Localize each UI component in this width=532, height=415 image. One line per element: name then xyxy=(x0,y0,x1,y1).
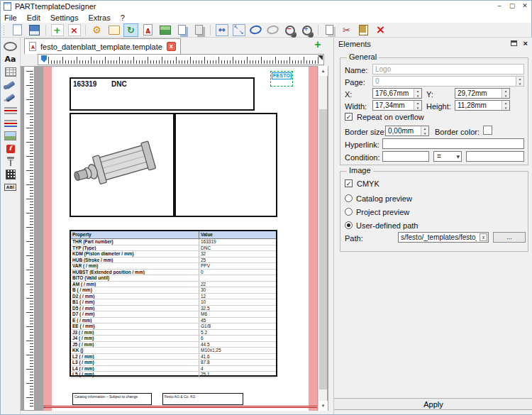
paste-element-button[interactable] xyxy=(356,23,371,37)
qrcode-tool-button[interactable] xyxy=(1,169,20,179)
barcode-tool-button[interactable] xyxy=(1,182,20,192)
close-button[interactable]: ✕ xyxy=(519,1,531,11)
image-tool-button[interactable] xyxy=(1,131,20,141)
width-spinner[interactable]: ▴▾ xyxy=(414,101,421,110)
part-header-element[interactable]: 163319 DNC xyxy=(70,77,255,111)
cut-element-button[interactable] xyxy=(339,23,354,37)
property-table[interactable]: Property Value THR (Part number)163319TY… xyxy=(70,230,277,377)
x-spinner[interactable]: ▴▾ xyxy=(414,89,421,98)
menu-extras[interactable]: Extras xyxy=(88,13,110,22)
delete-template-icon xyxy=(68,24,81,36)
border-color-swatch[interactable] xyxy=(483,126,492,135)
y-spinner[interactable]: ▴▾ xyxy=(501,89,509,98)
new-document-icon xyxy=(11,24,24,36)
menu-edit[interactable]: Edit xyxy=(27,13,40,22)
radio-user-defined-path[interactable]: User-defined path xyxy=(345,221,418,230)
clear-path-icon[interactable]: x xyxy=(480,233,487,241)
copy-page-button[interactable] xyxy=(174,23,189,37)
template-page[interactable]: 163319 DNC FESTO xyxy=(43,67,317,411)
scrollbar-thumb[interactable] xyxy=(319,109,327,389)
menu-file[interactable]: File xyxy=(4,13,17,22)
insert-image-button[interactable] xyxy=(157,23,172,37)
open-folder-button[interactable] xyxy=(106,23,121,37)
delete-element-button[interactable] xyxy=(373,23,388,37)
flash-tool-button[interactable] xyxy=(1,143,20,154)
open-folder-icon xyxy=(108,24,121,36)
add-template-button[interactable] xyxy=(50,23,65,37)
maximize-button[interactable]: ▢ xyxy=(506,1,519,11)
border-size-label: Border size: xyxy=(345,128,387,136)
table-row: BITO (Valid until) xyxy=(71,275,276,282)
design-canvas[interactable]: 163319 DNC FESTO xyxy=(21,66,328,411)
ellipse-tool-icon xyxy=(2,41,19,52)
preview-refresh-button[interactable] xyxy=(123,23,138,37)
page-input[interactable] xyxy=(372,76,524,87)
toolbar-grip[interactable] xyxy=(3,25,6,35)
footer-left-element[interactable]: Catalog information – Subject to change xyxy=(72,393,152,405)
radio-button-icon[interactable] xyxy=(345,208,353,216)
new-document-button[interactable] xyxy=(10,23,25,37)
logo-element-selected[interactable]: FESTO xyxy=(270,71,293,87)
product-image-element[interactable] xyxy=(70,113,174,217)
dimension-table-tool-button[interactable] xyxy=(1,118,20,128)
secondary-image-element[interactable] xyxy=(174,113,277,217)
fit-width-button[interactable] xyxy=(214,23,229,37)
export-pdf-button[interactable] xyxy=(140,23,155,37)
zoom-dynamic-button[interactable] xyxy=(265,23,280,37)
minimize-button[interactable]: – xyxy=(493,1,506,11)
table-row: HUB (Stroke / mm)25 xyxy=(71,258,276,264)
settings-button[interactable] xyxy=(89,23,104,37)
save-icon xyxy=(28,24,41,36)
radio-label: Catalog preview xyxy=(356,194,412,203)
browse-path-button[interactable]: ... xyxy=(493,232,526,243)
tab-festo-datenblatt-template[interactable]: festo_datenblatt_template.template x xyxy=(24,38,181,54)
condition-operator-select[interactable]: = ▼ xyxy=(433,151,462,162)
part-number-text: 163319 xyxy=(73,80,96,88)
duplicate-page-button[interactable] xyxy=(192,23,206,37)
cmyk-checkbox[interactable]: ✓ xyxy=(345,179,353,187)
panel-splitter[interactable] xyxy=(328,38,334,414)
tab-close-icon[interactable]: x xyxy=(167,42,176,51)
text-tool-button[interactable] xyxy=(1,54,20,65)
scroll-down-icon[interactable]: ▾ xyxy=(318,401,328,411)
save-button[interactable] xyxy=(27,23,42,37)
hyperlink-input[interactable] xyxy=(382,138,524,149)
panel-close-icon[interactable]: × xyxy=(523,39,528,48)
radio-button-icon[interactable] xyxy=(345,194,353,202)
radio-catalog-preview[interactable]: Catalog preview xyxy=(345,194,412,203)
vertical-ruler xyxy=(23,66,35,411)
add-page-button[interactable]: + xyxy=(313,40,323,50)
bolt-3d-tool-button[interactable] xyxy=(1,92,20,103)
footer-right-element[interactable]: Festo AG & Co. KG xyxy=(162,393,243,405)
apply-button[interactable]: Apply xyxy=(334,398,532,410)
border-size-spinner[interactable]: ▴▾ xyxy=(421,126,428,135)
name-input[interactable] xyxy=(372,64,524,74)
delete-template-button[interactable] xyxy=(67,23,82,37)
ellipse-tool-button[interactable] xyxy=(1,41,20,52)
export-pdf-icon xyxy=(142,24,155,36)
menu-settings[interactable]: Settings xyxy=(50,13,79,22)
dimension-tool-button[interactable] xyxy=(1,105,20,116)
fit-page-button[interactable] xyxy=(231,23,246,37)
copy-page-icon xyxy=(176,24,189,36)
condition-right-input[interactable] xyxy=(466,151,524,162)
page-spinner[interactable]: ▴▾ xyxy=(516,77,523,86)
path-input[interactable] xyxy=(398,232,489,243)
height-spinner[interactable]: ▴▾ xyxy=(501,101,509,110)
bolt-tool-button[interactable] xyxy=(1,79,20,90)
menu-help[interactable]: ? xyxy=(121,13,125,22)
condition-left-input[interactable] xyxy=(382,151,429,162)
canvas-vertical-scrollbar[interactable]: ▴ ▾ xyxy=(318,66,327,411)
image-tool-icon xyxy=(2,131,19,141)
zoom-region-button[interactable] xyxy=(248,23,263,37)
radio-project-preview[interactable]: Project preview xyxy=(345,207,409,216)
float-panel-icon[interactable] xyxy=(511,40,517,46)
table-tool-button[interactable] xyxy=(1,67,20,77)
pin-tool-button[interactable] xyxy=(1,156,20,167)
zoom-out-button[interactable] xyxy=(282,23,297,37)
zoom-in-button[interactable] xyxy=(299,23,314,37)
copy-element-button[interactable] xyxy=(322,23,337,37)
radio-button-icon[interactable] xyxy=(345,221,353,229)
scroll-up-icon[interactable]: ▴ xyxy=(318,66,328,76)
repeat-on-overflow-checkbox[interactable]: ✓ xyxy=(345,113,353,121)
